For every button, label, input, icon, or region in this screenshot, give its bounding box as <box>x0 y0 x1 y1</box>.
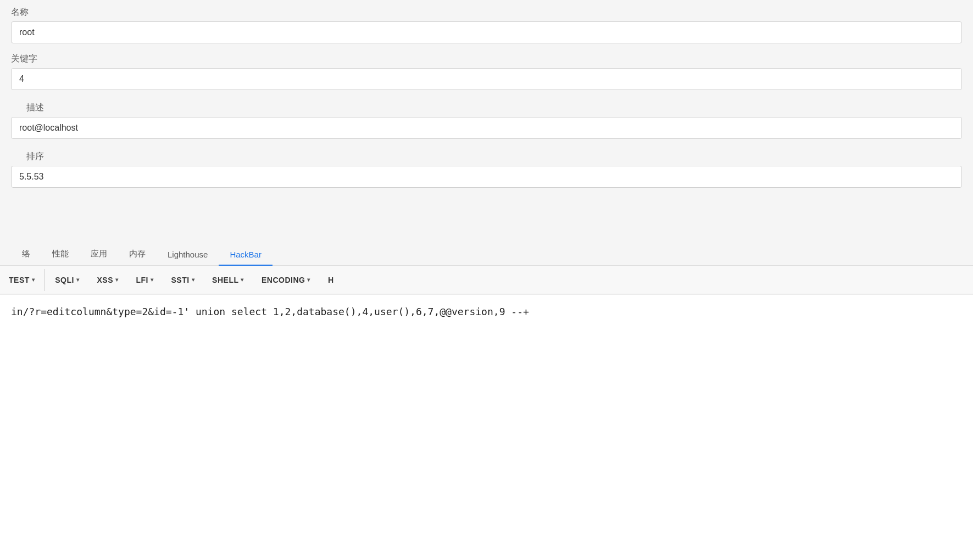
form-group-description: 描述 <box>0 90 973 139</box>
test-label: TEST <box>9 276 30 284</box>
sqli-label: SQLI <box>55 276 74 284</box>
sort-label: 排序 <box>11 151 962 163</box>
form-group-sort: 排序 <box>0 139 973 188</box>
tab-络[interactable]: 络 <box>11 243 41 266</box>
toolbar-btn-h[interactable]: H <box>319 266 343 294</box>
lfi-label: LFI <box>136 276 148 284</box>
divider-1 <box>45 269 45 291</box>
shell-label: SHELL <box>212 276 238 284</box>
form-group-keyword: 关键字 <box>0 43 973 90</box>
toolbar-btn-ssti[interactable]: SSTI ▾ <box>162 266 203 294</box>
ssti-label: SSTI <box>171 276 189 284</box>
h-label: H <box>328 276 334 284</box>
sql-content: in/?r=editcolumn&type=2&id=-1' union sel… <box>11 306 962 317</box>
ssti-chevron-icon: ▾ <box>192 277 195 283</box>
hackbar-toolbar: TEST ▾ SQLI ▾ XSS ▾ LFI ▾ SSTI ▾ SHELL ▾… <box>0 266 973 294</box>
toolbar-btn-test[interactable]: TEST ▾ <box>0 266 43 294</box>
toolbar-btn-encoding[interactable]: ENCODING ▾ <box>253 266 319 294</box>
xss-chevron-icon: ▾ <box>115 277 119 283</box>
page-wrapper: 名称 关键字 描述 排序 络 性能 应用 内存 Lighthouse HackB… <box>0 0 973 560</box>
tab-性能[interactable]: 性能 <box>41 243 80 266</box>
toolbar-btn-lfi[interactable]: LFI ▾ <box>127 266 162 294</box>
tabs-bar: 络 性能 应用 内存 Lighthouse HackBar <box>0 243 973 266</box>
shell-chevron-icon: ▾ <box>241 277 244 283</box>
keyword-label: 关键字 <box>11 53 962 65</box>
form-group-name: 名称 <box>0 0 973 43</box>
sort-input[interactable] <box>11 166 962 188</box>
encoding-chevron-icon: ▾ <box>307 277 310 283</box>
hackbar-content-area: in/?r=editcolumn&type=2&id=-1' union sel… <box>0 294 973 560</box>
lfi-chevron-icon: ▾ <box>151 277 154 283</box>
form-area: 名称 关键字 描述 排序 <box>0 0 973 243</box>
toolbar-btn-xss[interactable]: XSS ▾ <box>88 266 127 294</box>
encoding-label: ENCODING <box>262 276 305 284</box>
tab-内存[interactable]: 内存 <box>118 243 157 266</box>
tab-lighthouse[interactable]: Lighthouse <box>157 244 219 266</box>
test-chevron-icon: ▾ <box>32 277 35 283</box>
name-input[interactable] <box>11 21 962 43</box>
description-input[interactable] <box>11 117 962 139</box>
sqli-chevron-icon: ▾ <box>76 277 80 283</box>
xss-label: XSS <box>97 276 113 284</box>
toolbar-btn-sqli[interactable]: SQLI ▾ <box>46 266 88 294</box>
name-label: 名称 <box>11 7 962 18</box>
description-label: 描述 <box>11 102 962 114</box>
tab-hackbar[interactable]: HackBar <box>219 244 273 266</box>
tab-应用[interactable]: 应用 <box>80 243 118 266</box>
keyword-input[interactable] <box>11 68 962 90</box>
toolbar-btn-shell[interactable]: SHELL ▾ <box>203 266 253 294</box>
